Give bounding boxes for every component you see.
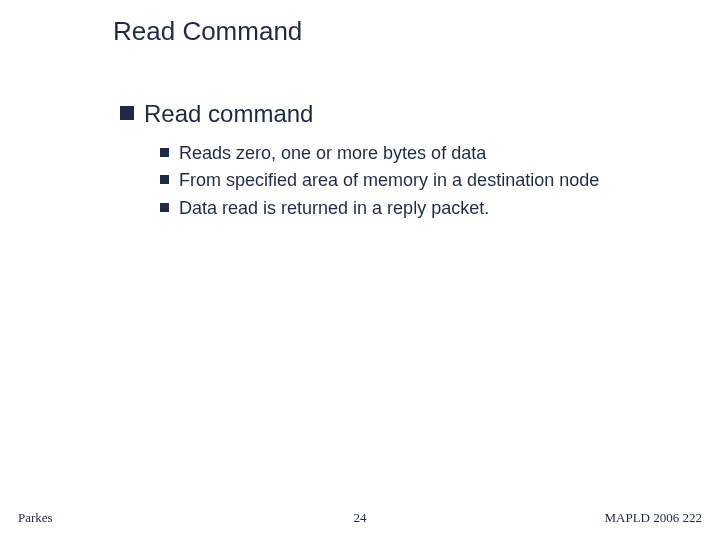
list-item-label: Data read is returned in a reply packet. [179,197,489,220]
slide-body: Read command Reads zero, one or more byt… [120,100,680,224]
sub-list: Reads zero, one or more bytes of data Fr… [160,142,680,220]
list-item: From specified area of memory in a desti… [160,169,680,192]
list-item-label: Read command [144,100,313,128]
square-bullet-icon [160,175,169,184]
list-item: Reads zero, one or more bytes of data [160,142,680,165]
square-bullet-icon [120,106,134,120]
list-item-label: Reads zero, one or more bytes of data [179,142,486,165]
square-bullet-icon [160,148,169,157]
slide-title: Read Command [113,16,302,47]
footer-conference: MAPLD 2006 222 [604,510,702,526]
list-item: Data read is returned in a reply packet. [160,197,680,220]
slide: Read Command Read command Reads zero, on… [0,0,720,540]
square-bullet-icon [160,203,169,212]
list-item: Read command [120,100,680,128]
list-item-label: From specified area of memory in a desti… [179,169,599,192]
